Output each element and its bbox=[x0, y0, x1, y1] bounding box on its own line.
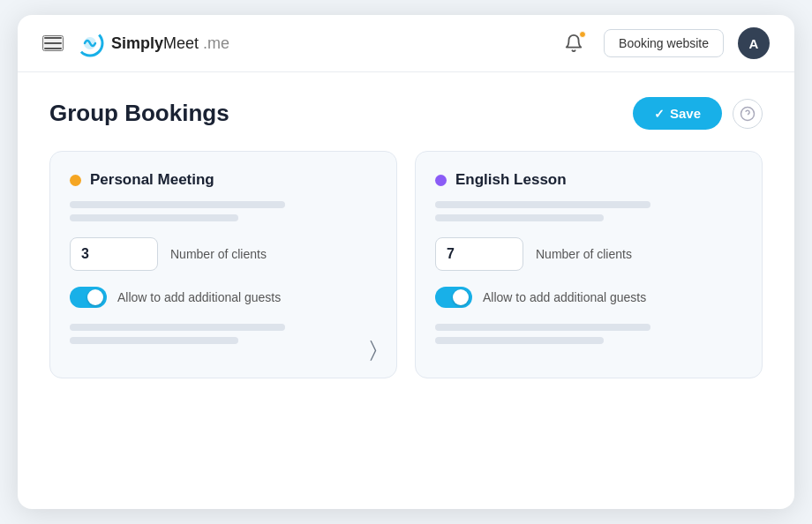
page-header: Group Bookings ✓ Save bbox=[49, 97, 763, 130]
card-1-skeleton-bottom bbox=[70, 324, 377, 344]
clients-input-1[interactable] bbox=[70, 237, 158, 271]
card-2-skeleton-bottom bbox=[435, 324, 742, 344]
status-dot-purple bbox=[435, 175, 447, 186]
card-2-toggle-row: Allow to add additional guests bbox=[435, 287, 742, 308]
skeleton-line bbox=[435, 201, 650, 208]
clients-label-1: Number of clients bbox=[170, 247, 267, 261]
toggle-knob-1 bbox=[87, 289, 103, 305]
app-header: SimplyMeet .me Booking website A bbox=[18, 15, 794, 72]
skeleton-line bbox=[435, 324, 650, 331]
card-english-lesson: English Lesson Number of clients Allow t… bbox=[415, 151, 763, 378]
clients-input-2[interactable] bbox=[435, 237, 523, 271]
clients-label-2: Number of clients bbox=[536, 247, 632, 261]
card-title-row-1: Personal Meeting bbox=[70, 171, 377, 189]
save-button[interactable]: ✓ Save bbox=[633, 97, 722, 130]
card-1-toggle-row: Allow to add additional guests bbox=[70, 287, 377, 308]
notification-badge bbox=[579, 31, 586, 38]
skeleton-line bbox=[70, 324, 285, 331]
skeleton-line bbox=[435, 214, 604, 221]
skeleton-line bbox=[70, 337, 238, 344]
logo-icon bbox=[76, 29, 104, 57]
logo-text: SimplyMeet .me bbox=[111, 34, 229, 53]
cursor-icon: 〉 bbox=[370, 337, 377, 362]
cards-grid: Personal Meeting Number of clients Allow… bbox=[49, 151, 763, 378]
card-2-clients-row: Number of clients bbox=[435, 237, 742, 271]
card-personal-meeting: Personal Meeting Number of clients Allow… bbox=[49, 151, 397, 378]
toggle-guests-1[interactable] bbox=[70, 287, 107, 308]
toggle-label-2: Allow to add additional guests bbox=[483, 290, 646, 304]
card-1-clients-row: Number of clients bbox=[70, 237, 377, 271]
menu-button[interactable] bbox=[42, 35, 64, 51]
checkmark-icon: ✓ bbox=[654, 107, 665, 121]
help-button[interactable] bbox=[733, 99, 763, 129]
card-2-title: English Lesson bbox=[455, 171, 567, 189]
card-title-row-2: English Lesson bbox=[435, 171, 742, 189]
help-icon bbox=[740, 106, 756, 122]
skeleton-line bbox=[70, 201, 285, 208]
user-avatar-button[interactable]: A bbox=[738, 27, 770, 59]
header-right: Booking website A bbox=[558, 27, 770, 59]
page-title: Group Bookings bbox=[49, 100, 229, 127]
main-content: Group Bookings ✓ Save bbox=[18, 72, 794, 509]
status-dot-yellow bbox=[70, 175, 81, 186]
toggle-label-1: Allow to add additional guests bbox=[117, 290, 281, 304]
app-window: SimplyMeet .me Booking website A Group B… bbox=[18, 15, 794, 509]
toggle-guests-2[interactable] bbox=[435, 287, 472, 308]
header-left: SimplyMeet .me bbox=[42, 29, 229, 57]
card-2-skeleton-top bbox=[435, 201, 742, 221]
notification-button[interactable] bbox=[558, 27, 590, 59]
card-1-title: Personal Meeting bbox=[90, 171, 214, 189]
skeleton-line bbox=[70, 214, 238, 221]
booking-website-button[interactable]: Booking website bbox=[604, 29, 724, 57]
page-header-actions: ✓ Save bbox=[633, 97, 763, 130]
card-1-skeleton-top bbox=[70, 201, 377, 221]
toggle-knob-2 bbox=[453, 289, 469, 305]
logo: SimplyMeet .me bbox=[76, 29, 229, 57]
skeleton-line bbox=[435, 337, 604, 344]
